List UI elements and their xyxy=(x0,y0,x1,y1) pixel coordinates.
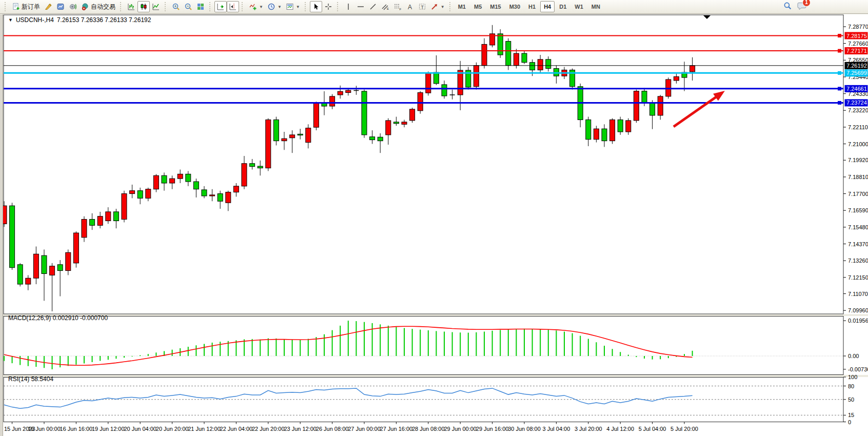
svg-text:21 Jun 12:00: 21 Jun 12:00 xyxy=(188,426,221,432)
timeframe-MN[interactable]: MN xyxy=(588,1,604,12)
new-order-button[interactable]: 新订单 xyxy=(10,1,42,12)
text-label-button[interactable]: T xyxy=(416,1,428,12)
svg-text:7.21000: 7.21000 xyxy=(848,141,868,147)
svg-text:20 Jun 20:00: 20 Jun 20:00 xyxy=(156,426,189,432)
timeframe-M5[interactable]: M5 xyxy=(470,1,485,12)
svg-text:22 Jun 20:00: 22 Jun 20:00 xyxy=(252,426,285,432)
horizontal-line-icon xyxy=(357,3,365,11)
timeframe-H4[interactable]: H4 xyxy=(540,1,555,12)
cursor-button[interactable] xyxy=(310,1,322,12)
timeframe-M1[interactable]: M1 xyxy=(455,1,469,12)
notifications-button[interactable]: 1 xyxy=(797,2,806,12)
svg-text:T: T xyxy=(421,5,424,10)
tile-windows-icon xyxy=(196,3,205,11)
signals-button[interactable] xyxy=(67,1,79,12)
chart-shift-button[interactable] xyxy=(227,1,239,12)
profile-chart-icon xyxy=(56,3,65,11)
svg-text:7.11070: 7.11070 xyxy=(848,291,868,297)
timeframe-group: M1M5M15M30H1H4D1W1MN xyxy=(455,1,604,12)
svg-text:0: 0 xyxy=(848,419,851,425)
timeframe-H1[interactable]: H1 xyxy=(525,1,539,12)
chart-window[interactable]: 7.287707.276607.265507.254407.243307.232… xyxy=(3,14,868,436)
svg-text:7.23220: 7.23220 xyxy=(848,107,868,113)
arrow-shape-icon xyxy=(430,3,439,11)
svg-text:15: 15 xyxy=(848,412,854,418)
periods-button[interactable]: ▼ xyxy=(265,1,284,12)
chart-canvas[interactable]: 7.287707.276607.265507.254407.243307.232… xyxy=(3,14,868,436)
chart-title: ▼ USDCNH-,H4 7.26153 7.26336 7.26133 7.2… xyxy=(8,16,151,24)
line-chart-button[interactable] xyxy=(150,1,162,12)
bar-chart-icon xyxy=(127,3,135,11)
main-toolbar: 新订单 自动交易 ▼ ▼ xyxy=(0,0,868,14)
search-icon[interactable] xyxy=(783,2,792,12)
timeframe-D1[interactable]: D1 xyxy=(556,1,570,12)
templates-icon xyxy=(286,3,294,11)
svg-text:19 Jun 12:00: 19 Jun 12:00 xyxy=(92,426,125,432)
svg-text:80: 80 xyxy=(848,383,854,389)
crosshair-icon xyxy=(324,3,332,11)
new-order-icon xyxy=(12,3,20,11)
svg-text:7.13260: 7.13260 xyxy=(848,257,868,264)
svg-text:23 Jun 12:00: 23 Jun 12:00 xyxy=(284,426,317,432)
svg-text:7.28175: 7.28175 xyxy=(846,33,867,39)
indicators-icon xyxy=(249,3,257,11)
cursor-icon xyxy=(312,3,320,11)
fibonacci-icon: F xyxy=(393,3,402,11)
equidistant-channel-button[interactable]: E xyxy=(379,1,391,12)
templates-button[interactable]: ▼ xyxy=(284,1,302,12)
svg-text:5 Jul 04:00: 5 Jul 04:00 xyxy=(639,426,666,432)
timeframe-W1[interactable]: W1 xyxy=(571,1,587,12)
tile-windows-button[interactable] xyxy=(194,1,207,12)
styler-button[interactable] xyxy=(42,1,54,12)
zoom-in-button[interactable] xyxy=(170,1,182,12)
crosshair-button[interactable] xyxy=(322,1,334,12)
svg-text:27 Jun 00:00: 27 Jun 00:00 xyxy=(348,426,381,432)
toolbar-handle xyxy=(120,2,123,11)
toolbar-handle xyxy=(165,2,167,11)
svg-text:100: 100 xyxy=(848,374,857,380)
toolbar-handle xyxy=(305,2,307,11)
svg-text:F: F xyxy=(399,8,401,11)
auto-scroll-icon xyxy=(216,3,225,11)
crayon-icon xyxy=(44,3,52,11)
svg-text:7.17700: 7.17700 xyxy=(848,191,868,197)
fibonacci-button[interactable]: F xyxy=(391,1,404,12)
new-order-label: 新订单 xyxy=(22,3,40,11)
svg-text:30 Jun 08:00: 30 Jun 08:00 xyxy=(508,426,541,432)
notification-badge: 1 xyxy=(802,0,811,7)
channel-icon: E xyxy=(381,3,389,11)
svg-text:26 Jun 08:00: 26 Jun 08:00 xyxy=(316,426,349,432)
svg-text:0.00: 0.00 xyxy=(848,353,859,359)
arrows-button[interactable]: ▼ xyxy=(428,1,447,12)
svg-text:7.27660: 7.27660 xyxy=(848,41,868,47)
svg-text:7.09960: 7.09960 xyxy=(848,307,868,313)
svg-text:50: 50 xyxy=(848,397,854,403)
auto-scroll-button[interactable] xyxy=(214,1,227,12)
signal-speaker-icon xyxy=(69,3,77,11)
vertical-line-button[interactable] xyxy=(342,1,354,12)
text-button[interactable]: A xyxy=(404,1,416,12)
toolbar-handle xyxy=(209,2,212,11)
chart-shift-icon xyxy=(229,3,237,11)
bar-chart-button[interactable] xyxy=(125,1,137,12)
trendline-button[interactable] xyxy=(367,1,379,12)
profile-button[interactable] xyxy=(54,1,67,12)
zoom-out-button[interactable] xyxy=(182,1,194,12)
autotrading-button[interactable]: 自动交易 xyxy=(79,1,117,12)
candlestick-chart-button[interactable] xyxy=(137,1,150,12)
svg-text:3 Jul 04:00: 3 Jul 04:00 xyxy=(542,426,570,432)
chevron-down-icon: ▼ xyxy=(441,5,445,9)
svg-text:7.15480: 7.15480 xyxy=(848,224,868,230)
timeframe-M15[interactable]: M15 xyxy=(486,1,504,12)
text-icon: A xyxy=(406,3,414,11)
chart-symbol-period: USDCNH-,H4 xyxy=(16,16,54,24)
horizontal-line-button[interactable] xyxy=(354,1,367,12)
svg-text:7.24661: 7.24661 xyxy=(846,86,867,92)
vertical-line-icon xyxy=(344,3,352,11)
indicators-button[interactable]: ▼ xyxy=(247,1,265,12)
chart-ohlc-values: 7.26153 7.26336 7.26133 7.26192 xyxy=(57,16,151,24)
timeframe-M30[interactable]: M30 xyxy=(506,1,524,12)
svg-text:5 Jul 20:00: 5 Jul 20:00 xyxy=(670,426,698,432)
svg-text:E: E xyxy=(387,7,389,10)
symbol-dropdown-icon[interactable]: ▼ xyxy=(8,17,13,23)
